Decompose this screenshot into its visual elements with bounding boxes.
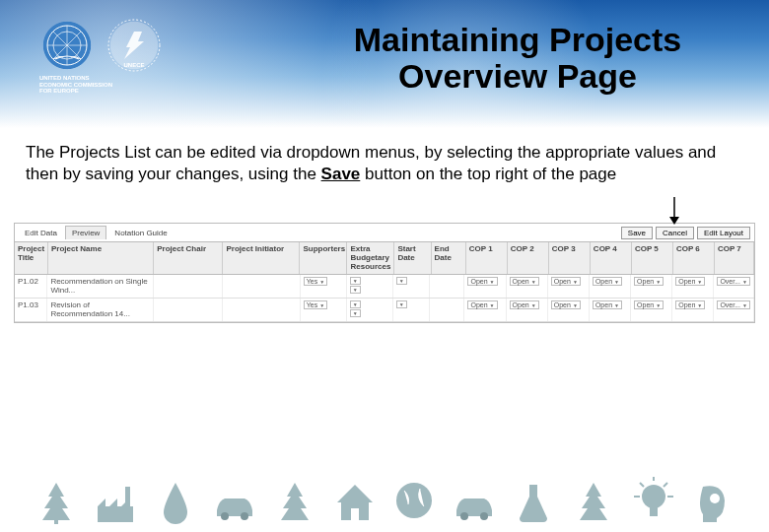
cell-extra [347,275,393,298]
table-row: P1.02 Recommendation on Single Wind... Y… [15,275,754,299]
cell-cop2: Open [507,275,548,298]
flask-icon [510,477,557,524]
un-logo-icon [39,18,95,73]
extra-dropdown-2[interactable] [350,309,361,317]
un-label: UNITED NATIONS ECONOMIC COMMISSION FOR E… [39,75,112,95]
globe-icon [390,477,438,524]
cell-cop1: Open [464,299,506,321]
col-project-title: Project Title [15,242,48,274]
cell-end-date [430,299,464,321]
cell-cop7: Over... [714,299,754,321]
svg-text:UNECE: UNECE [123,62,144,68]
cell-project-title[interactable]: P1.02 [15,275,47,298]
unece-logo-icon: UNECE [106,18,162,73]
svg-point-11 [396,483,432,518]
cop-dropdown[interactable]: Open [675,300,705,309]
svg-rect-10 [351,508,359,520]
cop-dropdown[interactable]: Open [510,277,539,286]
cop-dropdown[interactable]: Open [634,277,664,286]
cop-dropdown[interactable]: Open [467,300,497,309]
extra-dropdown[interactable] [350,300,361,308]
extra-dropdown[interactable] [350,277,361,285]
col-cop3: COP 3 [549,242,591,274]
cell-start-date [393,275,430,298]
tree-icon-2 [271,477,318,524]
cell-project-name: Revision of Recommendation 14... [47,299,154,321]
cop-dropdown[interactable]: Open [551,300,581,309]
footer-icons [0,477,769,524]
cell-project-initiator [223,299,300,321]
car-icon-2 [451,477,498,524]
cell-end-date [430,275,464,298]
save-button[interactable]: Save [621,227,653,239]
cop-dropdown[interactable]: Open [593,277,622,286]
cop-dropdown[interactable]: Open [593,300,622,309]
cell-start-date [393,299,430,321]
cop-dropdown[interactable]: Open [551,277,581,286]
cop-dropdown[interactable]: Open [634,300,664,309]
svg-rect-15 [650,506,658,516]
table-row: P1.03 Revision of Recommendation 14... Y… [15,299,754,322]
col-end-date: End Date [432,242,466,274]
tree-icon [33,477,80,524]
cell-cop4: Open [590,275,631,298]
extra-dropdown-2[interactable] [350,286,361,294]
sdate-dropdown[interactable] [396,300,407,308]
tab-preview[interactable]: Preview [65,226,106,239]
col-cop1: COP 1 [466,242,508,274]
description: The Projects List can be edited via drop… [26,142,739,185]
cell-supporters: Yes [301,275,347,298]
col-start-date: Start Date [394,242,431,274]
sdate-dropdown[interactable] [396,277,407,285]
col-cop2: COP 2 [508,242,549,274]
svg-point-14 [642,485,665,508]
cell-cop5: Open [631,299,672,321]
edit-layout-button[interactable]: Edit Layout [697,227,750,239]
svg-point-9 [241,512,248,520]
supporters-dropdown[interactable]: Yes [304,300,327,309]
bulb-icon [630,477,677,524]
svg-rect-7 [125,487,130,506]
projects-table: Edit Data Preview Notation Guide Save Ca… [14,223,755,323]
col-extra-budget: Extra Budgetary Resources [347,242,394,274]
cell-cop1: Open [464,275,506,298]
tab-edit-data[interactable]: Edit Data [19,227,63,239]
col-cop6: COP 6 [673,242,715,274]
col-project-name: Project Name [48,242,154,274]
cop-dropdown[interactable]: Over... [717,300,750,309]
supporters-dropdown[interactable]: Yes [304,277,327,286]
cop-dropdown[interactable]: Open [675,277,705,286]
svg-point-16 [710,494,720,503]
factory-icon [92,477,139,524]
cop-dropdown[interactable]: Over... [717,277,750,286]
col-project-chair: Project Chair [154,242,223,274]
page-title: Maintaining Projects Overview Page [296,22,739,96]
cell-cop3: Open [548,275,590,298]
cell-cop2: Open [507,299,548,321]
col-supporters: Supporters [300,242,347,274]
car-icon [211,477,258,524]
svg-rect-6 [98,506,133,522]
col-project-initiator: Project Initiator [223,242,300,274]
head-gear-icon [689,477,736,524]
cell-project-chair [154,299,223,321]
svg-point-8 [221,512,229,520]
cell-cop4: Open [590,299,631,321]
cell-cop6: Open [672,299,714,321]
cell-project-initiator [223,275,300,298]
cop-dropdown[interactable]: Open [467,277,497,286]
tab-notation-guide[interactable]: Notation Guide [108,227,173,239]
cell-project-chair [154,275,223,298]
cell-project-title[interactable]: P1.03 [15,299,47,321]
cell-cop3: Open [548,299,590,321]
cell-extra [347,299,393,321]
desc-save-word: Save [321,165,361,183]
cop-dropdown[interactable]: Open [510,300,539,309]
svg-point-13 [480,512,488,520]
tree-icon-3 [570,477,617,524]
table-header-row: Project Title Project Name Project Chair… [15,242,754,275]
drop-icon [152,477,199,524]
col-cop5: COP 5 [632,242,673,274]
house-icon [331,477,379,524]
cell-cop6: Open [672,275,714,298]
